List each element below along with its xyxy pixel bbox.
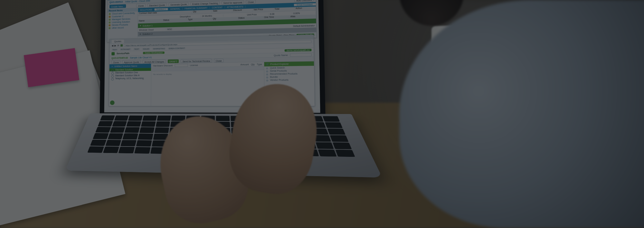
qty-label-2: Qty: [251, 63, 255, 65]
col-description: Description: [179, 15, 201, 18]
solution-2-label: Solution 2: [142, 33, 152, 35]
chevron-down-icon: ▾: [140, 24, 141, 27]
col-action: Action: [295, 6, 316, 11]
col-status: Status: [162, 18, 187, 23]
back-icon[interactable]: ◀: [112, 44, 113, 47]
quote-id: QUO-004513: [109, 1, 123, 3]
term-value: 24 Months: [201, 14, 223, 17]
email-assistant-toggle[interactable]: Email Assistant: [294, 3, 316, 6]
close-button-2[interactable]: Close: [214, 59, 223, 62]
env-badge: demo.servicepath.co: [285, 49, 311, 52]
quote-name-input[interactable]: [290, 53, 312, 57]
type-label: Type: [257, 63, 262, 65]
accept-changes-button[interactable]: Accept All Changes: [143, 60, 166, 63]
brand-name: ServicePath: [117, 52, 129, 55]
tree-item[interactable]: Telephony, UCS, Networking: [109, 77, 151, 80]
hw-discount-label: Hardware Discount: [153, 64, 173, 67]
plus-icon[interactable]: ＋: [111, 65, 113, 68]
cart-icon: 🛒: [266, 63, 269, 65]
bookmark[interactable]: Apps: [111, 48, 118, 50]
tab-financial[interactable]: FINANCIAL SUMMARY: [183, 7, 210, 10]
solution-1-label: Solution 1: [142, 24, 152, 27]
send-approval-button[interactable]: Send for approval: [222, 0, 244, 5]
user-name: Default Administrator: [285, 24, 316, 27]
amount-label: Amount: [241, 63, 249, 66]
clone-button[interactable]: Clone: [136, 4, 145, 7]
unit-price: 0.00: [269, 12, 292, 15]
photo-scene: Home Leads Accounts Contacts QUO-004513 …: [0, 0, 644, 228]
bookmark[interactable]: SALES: [142, 48, 150, 50]
col-netprice: Net Price: [253, 8, 274, 12]
browser-tab[interactable]: Quotes: [112, 40, 124, 43]
bookmark[interactable]: INTRANET: [120, 48, 131, 50]
tree-title: Untitled Solution Name: [114, 65, 137, 67]
tab-general[interactable]: GENERAL: [168, 7, 183, 10]
bookmark[interactable]: TEST: [133, 48, 140, 50]
quote-id-2: QUO-076465-02: [111, 56, 128, 59]
product-sku: WSC: [166, 27, 195, 30]
col-total: Total: [273, 7, 295, 11]
create-new-button[interactable]: Create New...: [109, 4, 126, 8]
enable-change-tracking-button[interactable]: Enable Change Tracking: [191, 1, 220, 5]
bookmark[interactable]: MARKETING: [152, 47, 166, 50]
explorer-item[interactable]: Vendor Products: [264, 78, 314, 82]
col-name: Name: [138, 19, 162, 23]
col-onetime: One Time: [263, 15, 289, 20]
recent-items-sidebar: Recent Items Cloud and Connectivity Cust…: [107, 8, 138, 42]
quote-title: Initial Quote - Cloud 24M: [125, 0, 150, 3]
unit-price-label: Unit Price: [246, 13, 269, 16]
clone-button-2[interactable]: Clone: [111, 60, 120, 64]
send-review-button[interactable]: Send for Technical Review: [181, 59, 212, 63]
bookmark[interactable]: EMEA-CONTENT: [168, 47, 186, 49]
col-discount: Discount: [232, 8, 253, 13]
quote-title-2: Sample Lite Cloud V1: [130, 56, 152, 59]
standard-quote-button[interactable]: Standard Quote: [147, 3, 167, 7]
lock-icon: [120, 44, 123, 47]
col-type: Type: [187, 18, 212, 22]
discount-pct: 0.00%: [292, 11, 316, 14]
chevron-right-icon: ▸: [140, 33, 141, 35]
approve-button[interactable]: Approve Quote: [122, 60, 141, 64]
empty-state: No records to display: [151, 70, 264, 77]
generate-quote-button[interactable]: Generate Quote: [169, 2, 189, 6]
hw-discount-input[interactable]: [175, 64, 188, 67]
forward-icon[interactable]: ▶: [114, 44, 116, 47]
product-name: Windows Cloud: [138, 28, 166, 31]
recent-item[interactable]: other record: [107, 26, 137, 29]
col-status2: Status: [237, 16, 263, 21]
col-qty2: Qty: [212, 17, 237, 21]
product-explorer-title: Product Explorer: [270, 63, 289, 65]
col-sale: Sale: [212, 9, 232, 13]
brand-logo-icon: [111, 52, 115, 55]
auto-discount-button[interactable]: Auto Discount: [294, 0, 314, 2]
tab-attachments[interactable]: ATTACHMENTS: [225, 5, 246, 8]
solution-tree-panel: ＋ Untitled Solution Name Standard Soluti…: [109, 64, 151, 106]
tab-solutions[interactable]: SOLUTIONS: [138, 8, 155, 11]
status-badge: DRAFT: [168, 59, 179, 63]
col-alias: Alias: [289, 14, 316, 19]
license-label: License: [190, 64, 198, 66]
chat-bubble-icon[interactable]: [110, 100, 115, 105]
close-button[interactable]: Close: [246, 0, 256, 4]
workspace-pill[interactable]: Sales Workspace: [143, 52, 165, 54]
tab-content[interactable]: CONTENT: [210, 6, 225, 9]
reload-icon[interactable]: ⟳: [117, 44, 119, 47]
tab-solution1[interactable]: Solution 1: [155, 8, 168, 11]
col-qty: Qty: [192, 10, 212, 14]
quote-name-label: Quote Name: [274, 54, 288, 56]
